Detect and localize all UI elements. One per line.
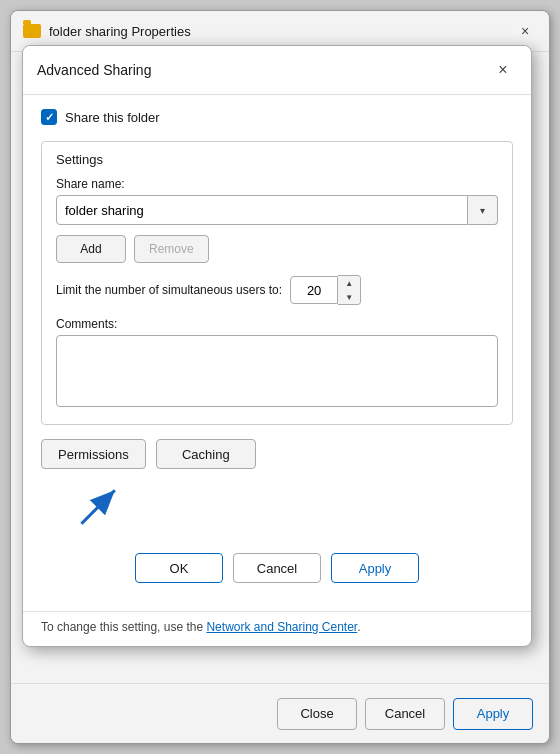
add-remove-row: Add Remove xyxy=(56,235,498,263)
adv-close-button[interactable]: × xyxy=(489,56,517,84)
limit-label: Limit the number of simultaneous users t… xyxy=(56,283,282,297)
share-name-dropdown-btn[interactable]: ▾ xyxy=(468,195,498,225)
folder-icon xyxy=(23,24,41,38)
apply-button[interactable]: Apply xyxy=(331,553,419,583)
add-button[interactable]: Add xyxy=(56,235,126,263)
bg-window-title: folder sharing Properties xyxy=(49,24,505,39)
spinner-group: ▲ ▼ xyxy=(290,275,361,305)
share-name-input[interactable] xyxy=(56,195,468,225)
settings-group: Settings Share name: ▾ Add Remove Limit … xyxy=(41,141,513,425)
note-text-end: . xyxy=(357,620,360,634)
dialog-footer: OK Cancel Apply xyxy=(41,545,513,597)
limit-spinner-input[interactable] xyxy=(290,276,338,304)
arrow-annotation xyxy=(41,485,513,535)
bg-close-button[interactable]: × xyxy=(513,19,537,43)
comments-label: Comments: xyxy=(56,317,498,331)
adv-titlebar: Advanced Sharing × xyxy=(23,46,531,95)
remove-button[interactable]: Remove xyxy=(134,235,209,263)
advanced-sharing-dialog: Advanced Sharing × Share this folder Set… xyxy=(22,45,532,647)
share-folder-row: Share this folder xyxy=(41,109,513,125)
share-name-label: Share name: xyxy=(56,177,498,191)
bg-bottom-bar: Close Cancel Apply xyxy=(11,683,549,743)
share-folder-checkbox[interactable] xyxy=(41,109,57,125)
ok-button[interactable]: OK xyxy=(135,553,223,583)
bg-cancel-button[interactable]: Cancel xyxy=(365,698,445,730)
network-sharing-center-link[interactable]: Network and Sharing Center xyxy=(206,620,357,634)
settings-legend: Settings xyxy=(56,152,498,167)
cancel-button[interactable]: Cancel xyxy=(233,553,321,583)
blue-arrow-icon xyxy=(69,485,129,529)
limit-users-row: Limit the number of simultaneous users t… xyxy=(56,275,498,305)
note-bar: To change this setting, use the Network … xyxy=(23,611,531,646)
bg-close-footer-button[interactable]: Close xyxy=(277,698,357,730)
note-text-before: To change this setting, use the xyxy=(41,620,206,634)
permissions-button[interactable]: Permissions xyxy=(41,439,146,469)
spinner-buttons: ▲ ▼ xyxy=(338,275,361,305)
bg-apply-button[interactable]: Apply xyxy=(453,698,533,730)
comments-textarea[interactable] xyxy=(56,335,498,407)
share-folder-label: Share this folder xyxy=(65,110,160,125)
spinner-down-button[interactable]: ▼ xyxy=(338,290,360,304)
spinner-up-button[interactable]: ▲ xyxy=(338,276,360,290)
adv-body: Share this folder Settings Share name: ▾… xyxy=(23,95,531,611)
caching-button[interactable]: Caching xyxy=(156,439,256,469)
adv-dialog-title: Advanced Sharing xyxy=(37,62,489,78)
svg-line-1 xyxy=(81,490,114,523)
share-name-row: ▾ xyxy=(56,195,498,225)
perm-caching-row: Permissions Caching xyxy=(41,439,513,469)
